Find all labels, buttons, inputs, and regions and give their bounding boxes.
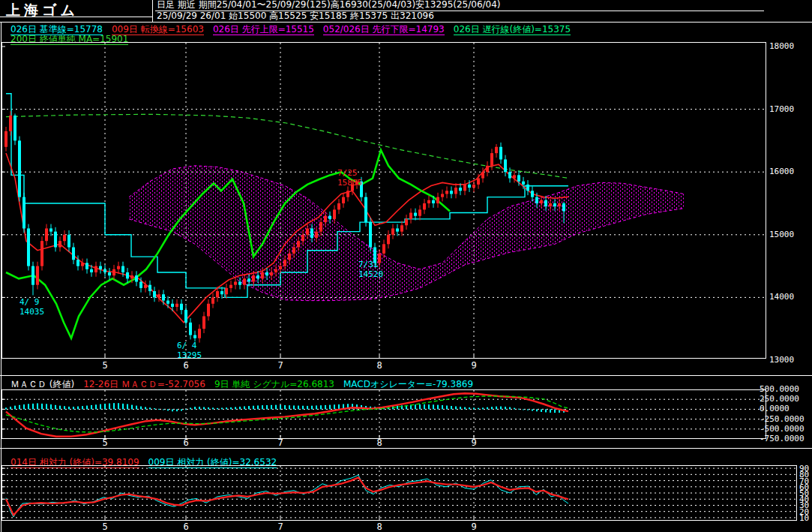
price-annotation: 6/ 4 <box>177 341 197 350</box>
month-tick-label: 6 <box>181 522 190 531</box>
senkou-b-legend: 052/026日 先行下限=14793 <box>323 24 445 35</box>
price-chart-panel[interactable]: 4/ 9140356/ 4132957/25158857/3114520 <box>1 42 766 359</box>
price-annotation: 7/25 <box>337 168 358 178</box>
macd-value-legend: 12-26日 ＭＡＣＤ=-52.7056 <box>83 379 205 390</box>
price-annotation: 4/ 9 <box>19 297 40 307</box>
month-tick-label: 5 <box>100 438 109 447</box>
header-rule <box>0 22 812 23</box>
macd-tick-label: 500.0000 <box>760 385 799 393</box>
rsi-tick-label: 10 <box>799 514 809 522</box>
price-annotation: 13295 <box>177 350 202 359</box>
macd-section-rule <box>0 375 812 376</box>
oscillator-legend: MACDオシレーター=-79.3869 <box>343 379 473 390</box>
month-tick-label: 7 <box>276 438 285 447</box>
chart-app-window: { "title": "上海ゴム", "header": { "line1": … <box>0 0 812 532</box>
month-tick-label: 8 <box>375 438 384 447</box>
month-tick-label: 8 <box>375 522 384 531</box>
ohlcv-info-line: 25/09/29 26/01 始15500 高15525 安15185 終153… <box>155 11 764 23</box>
price-annotation: 15885 <box>337 178 362 188</box>
month-tick-label: 6 <box>181 361 190 370</box>
price-tick-label: 16000 <box>769 167 794 176</box>
senkou-a-legend: 026日 先行上限=15515 <box>213 24 314 35</box>
month-tick-label: 7 <box>276 522 285 531</box>
macd-legend: ＭＡＣＤ (終値)12-26日 ＭＡＣＤ=-52.70569日 単純 シグナル=… <box>10 380 482 389</box>
macd-tick-label: -750.0000 <box>760 434 805 443</box>
month-tick-label: 5 <box>100 361 109 370</box>
period-info-line: 日足 期近 期間25/04/01〜25/09/29(125)高16930(25/… <box>155 0 764 11</box>
month-tick-label: 8 <box>375 361 384 370</box>
month-tick-label: 7 <box>276 361 285 370</box>
macd-panel[interactable] <box>1 389 766 439</box>
price-tick-label: 13000 <box>769 356 794 364</box>
price-annotation: 14035 <box>19 307 44 317</box>
month-tick-label: 5 <box>100 522 109 531</box>
price-tick-label: 18000 <box>769 42 794 50</box>
price-annotation: 7/31 <box>358 260 379 269</box>
macd-tick-label: -250.0000 <box>760 415 805 423</box>
ichimoku-legend: 026日 基準線=15778009日 転換線=15603026日 先行上限=15… <box>10 25 580 34</box>
instrument-title: 上海ゴム <box>6 1 79 20</box>
macd-tick-label: 0.0000 <box>760 404 790 413</box>
month-tick-label: 6 <box>181 438 190 447</box>
rsi-section-rule <box>0 448 812 449</box>
price-tick-label: 15000 <box>769 230 794 239</box>
chikou-legend: 026日 遅行線(終値)=15375 <box>454 24 571 35</box>
rsi-panel[interactable] <box>1 465 797 521</box>
macd-tick-label: 250.0000 <box>760 395 799 403</box>
month-tick-label: 9 <box>469 522 478 531</box>
macd-panel-title: ＭＡＣＤ (終値) <box>10 379 74 390</box>
header-divider <box>152 0 153 22</box>
title-underline <box>0 17 153 17</box>
month-tick-label: 9 <box>469 361 478 370</box>
price-annotation: 14520 <box>358 269 383 279</box>
macd-tick-label: -500.0000 <box>760 425 805 433</box>
signal-legend: 9日 単純 シグナル=26.6813 <box>214 379 334 390</box>
price-tick-label: 17000 <box>769 105 794 113</box>
month-tick-label: 9 <box>469 438 478 447</box>
quote-header: 日足 期近 期間25/04/01〜25/09/29(125)高16930(25/… <box>155 0 764 23</box>
price-tick-label: 14000 <box>769 293 794 301</box>
